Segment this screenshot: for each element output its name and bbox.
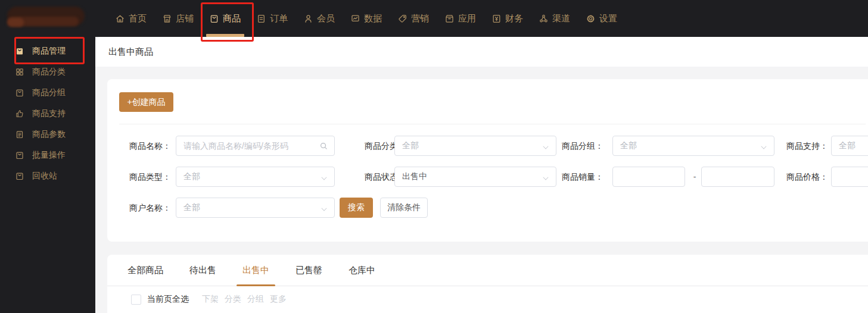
status-tabs: 全部商品 待出售 出售中 已售罄 仓库中 [107, 255, 868, 286]
filter-panel: +创建商品 商品名称： 商品分类： 全部 商品分组： 全部 [107, 79, 868, 242]
price-min-input-wrap [831, 167, 868, 187]
sidebar: 商品管理 商品分类 商品分组 商品支持 商品参数 批量操作 回收站 [0, 37, 95, 313]
goods-sales-label: 商品销量： [524, 167, 603, 187]
select-value: 全部 [176, 202, 322, 213]
merchant-name-label: 商户名称： [107, 198, 171, 218]
create-goods-button[interactable]: +创建商品 [119, 92, 173, 112]
nav-label: 渠道 [552, 13, 570, 24]
select-value: 出售中 [395, 171, 543, 182]
batch-action-categorize[interactable]: 分类 [225, 294, 241, 305]
clear-filters-button[interactable]: 清除条件 [380, 198, 428, 218]
batch-icon [15, 151, 24, 160]
filters: 商品名称： 商品分类： 全部 商品分组： 全部 商品支持： 全部 [107, 136, 868, 229]
sidebar-item-batch-ops[interactable]: 批量操作 [0, 145, 95, 165]
select-all-label[interactable]: 当前页全选 [147, 294, 189, 305]
nav-item-data[interactable]: 数据 [350, 0, 382, 37]
nav-label: 订单 [270, 13, 288, 24]
sidebar-item-label: 商品分类 [32, 67, 66, 77]
goods-icon [209, 14, 219, 24]
sales-min-input-wrap [612, 167, 685, 187]
sidebar-item-label: 批量操作 [32, 150, 66, 161]
chevron-down-icon [322, 205, 327, 211]
member-icon [303, 14, 313, 24]
search-button[interactable]: 搜索 [340, 198, 373, 218]
goods-support-label: 商品支持： [748, 136, 828, 156]
support-icon [15, 109, 24, 118]
tab-sold-out[interactable]: 已售罄 [290, 255, 328, 286]
nav-label: 数据 [364, 13, 382, 24]
filter-row-1: 商品名称： 商品分类： 全部 商品分组： 全部 商品支持： 全部 [107, 136, 868, 156]
recycle-icon [15, 171, 24, 181]
goods-group-label: 商品分组： [524, 136, 603, 156]
goods-support-select[interactable]: 全部 [831, 136, 868, 156]
goods-manage-icon [15, 46, 24, 56]
nav-item-shop[interactable]: 店铺 [162, 0, 194, 37]
search-icon [319, 142, 328, 151]
goods-name-input[interactable] [176, 140, 319, 151]
nav-item-marketing[interactable]: 营销 [397, 0, 429, 37]
chevron-down-icon [322, 174, 327, 180]
sidebar-item-goods-group[interactable]: 商品分组 [0, 82, 95, 103]
data-icon [350, 14, 360, 24]
tab-pending-sale[interactable]: 待出售 [183, 255, 222, 286]
page-title: 出售中商品 [108, 46, 153, 58]
nav-item-orders[interactable]: 订单 [256, 0, 288, 37]
tab-in-warehouse[interactable]: 仓库中 [343, 255, 381, 286]
sales-min-input[interactable] [613, 171, 685, 182]
range-separator: - [688, 167, 701, 187]
nav-label: 财务 [505, 13, 523, 24]
nav-item-finance[interactable]: 财务 [491, 0, 523, 37]
sidebar-item-goods-category[interactable]: 商品分类 [0, 61, 95, 82]
nav-label: 首页 [129, 13, 147, 24]
merchant-name-select[interactable]: 全部 [176, 198, 335, 218]
sidebar-item-label: 商品管理 [32, 46, 66, 57]
apps-icon [444, 14, 455, 24]
batch-actions-row: 当前页全选 下架 分类 分组 更多 [107, 294, 868, 305]
batch-action-take-down[interactable]: 下架 [202, 294, 219, 305]
params-icon [15, 130, 24, 139]
sidebar-item-goods-params[interactable]: 商品参数 [0, 124, 95, 145]
nav-label: 应用 [458, 13, 476, 24]
sidebar-item-goods-manage[interactable]: 商品管理 [0, 40, 95, 61]
top-bar: 首页 店铺 商品 订单 会员 数据 营销 应用 [0, 0, 868, 37]
nav-label: 设置 [599, 13, 617, 24]
filter-row-3: 商户名称： 全部 搜索 清除条件 [107, 198, 868, 218]
nav-label: 营销 [411, 13, 429, 24]
finance-icon [491, 14, 502, 24]
select-value: 全部 [176, 171, 322, 182]
price-min-input[interactable] [832, 171, 868, 182]
sidebar-item-goods-support[interactable]: 商品支持 [0, 103, 95, 124]
goods-type-label: 商品类型： [107, 167, 171, 187]
category-icon [15, 67, 24, 77]
main-content: 出售中商品 +创建商品 商品名称： 商品分类： 全部 商品分组： 全部 [95, 37, 868, 313]
nav-item-home[interactable]: 首页 [115, 0, 147, 37]
group-icon [15, 88, 24, 98]
sidebar-item-label: 商品参数 [32, 129, 66, 140]
order-icon [256, 14, 266, 24]
shop-icon [162, 14, 172, 24]
nav-label: 商品 [223, 13, 241, 24]
select-all-checkbox[interactable] [131, 295, 141, 305]
select-value: 全部 [395, 140, 543, 151]
goods-list-panel: 全部商品 待出售 出售中 已售罄 仓库中 当前页全选 下架 分类 分组 更多 [107, 255, 868, 313]
nav-item-settings[interactable]: 设置 [586, 0, 617, 37]
sidebar-item-label: 商品支持 [32, 108, 66, 119]
sidebar-item-recycle-bin[interactable]: 回收站 [0, 165, 95, 186]
nav-label: 店铺 [176, 13, 194, 24]
nav-item-members[interactable]: 会员 [303, 0, 335, 37]
goods-name-input-wrap [176, 136, 335, 156]
nav-item-channels[interactable]: 渠道 [539, 0, 570, 37]
nav-item-goods[interactable]: 商品 [209, 0, 241, 37]
nav-item-apps[interactable]: 应用 [444, 0, 476, 37]
settings-icon [586, 14, 596, 24]
goods-name-label: 商品名称： [107, 136, 171, 156]
goods-type-select[interactable]: 全部 [176, 167, 335, 187]
batch-action-group[interactable]: 分组 [247, 294, 264, 305]
batch-action-more[interactable]: 更多 [270, 294, 287, 305]
channel-icon [539, 14, 549, 24]
tab-on-sale[interactable]: 出售中 [237, 255, 275, 286]
logo-redacted [5, 4, 88, 32]
home-icon [115, 14, 125, 24]
page-header: 出售中商品 [95, 37, 868, 67]
tab-all-goods[interactable]: 全部商品 [122, 255, 169, 286]
